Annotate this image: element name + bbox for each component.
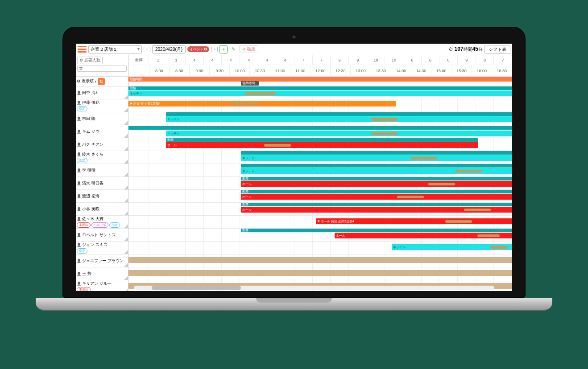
employee-row[interactable]: ロベルト サントス (76, 229, 128, 242)
employee-row[interactable]: 鈴木 さくら指定 (76, 151, 128, 164)
edit-icon[interactable] (124, 224, 128, 228)
shift-bar[interactable]: ホール (166, 142, 478, 148)
employee-name: パク チアン (77, 142, 127, 148)
employee-name: 吉田 陽 (77, 116, 127, 122)
shift-bar[interactable] (166, 112, 512, 116)
employee-row[interactable]: 伊藤 優花指定 (76, 99, 128, 112)
employee-row[interactable]: 王 芳 (76, 267, 128, 280)
employee-row[interactable]: ジョン スミス指定 (76, 242, 128, 254)
tag-help: ヘルプ派 (91, 222, 108, 228)
shift-view-button[interactable]: シフト表 (484, 45, 510, 54)
edit-icon[interactable] (124, 160, 128, 164)
shift-bar[interactable] (128, 270, 512, 276)
shift-bar[interactable]: 勤務 (241, 177, 512, 180)
shift-bar[interactable]: キッチン (166, 131, 512, 136)
shift-bar[interactable]: 勤務 (128, 86, 512, 90)
employee-row[interactable]: 田中 海斗 (76, 86, 128, 99)
add-icon[interactable]: ＋ (219, 45, 228, 53)
edit-icon[interactable]: ✎ (229, 45, 237, 53)
store-select[interactable]: 企業２店舗１ (88, 45, 142, 53)
time-label: 13:00 (351, 65, 371, 77)
employee-row[interactable]: 佐々木 大輝未提出ヘルプ派指定 (76, 216, 128, 229)
timeline-row[interactable]: キッチン (128, 151, 512, 164)
shift-bar[interactable]: ホール (241, 181, 512, 187)
tag-unsubmitted: 未提出 (77, 287, 91, 291)
headcount-cell: 10 (385, 55, 403, 65)
shift-bar[interactable]: ホール (335, 233, 512, 238)
tag-appointed: 指定 (77, 158, 87, 163)
employee-row[interactable]: 清水 明日香 (76, 177, 128, 190)
timeline-row[interactable]: キッチン (128, 164, 512, 177)
employee-row[interactable]: キム ジウ (76, 125, 128, 138)
filter-button[interactable]: ▽ (77, 66, 127, 72)
shift-bar[interactable]: ⚑ 応援 借 企業2店舗4 (128, 101, 396, 107)
break-pill (477, 234, 500, 237)
menu-icon[interactable] (78, 46, 87, 53)
edit-icon[interactable] (124, 147, 128, 151)
shift-bar[interactable]: ホール (241, 207, 512, 213)
date-picker[interactable]: 2020/4/20(月) (152, 45, 186, 53)
edit-icon[interactable] (124, 263, 128, 267)
timeline-row[interactable]: ⚑ 応援 借 企業2店舗4 (128, 99, 512, 112)
edit-icon[interactable] (124, 185, 128, 189)
employee-row[interactable]: キリアン ジルー未提出 (76, 280, 128, 291)
edit-icon[interactable] (124, 134, 128, 138)
tag-appointed: 指定 (77, 106, 87, 111)
shift-bar[interactable] (241, 164, 512, 168)
sort-label: ⚙ 表示順 (77, 78, 94, 84)
timeline-row[interactable]: 勤務ホール (128, 203, 512, 216)
shift-bar[interactable]: キッチン (241, 155, 512, 161)
sort-button[interactable]: ⇅ (98, 78, 105, 85)
confirm-button[interactable]: ⊘ 確定 (239, 45, 258, 53)
shift-bar[interactable]: ホール (241, 194, 512, 200)
shift-bar[interactable] (241, 151, 512, 155)
timeline-row[interactable]: 勤務ホール (128, 229, 512, 242)
horizontal-scrollbar[interactable] (134, 286, 494, 290)
edit-icon[interactable] (124, 172, 128, 176)
employee-name: 渡辺 拓海 (77, 193, 127, 199)
shift-bar[interactable] (128, 126, 512, 130)
timeline-row[interactable]: ⚑ ホール 貸出 企業2店舗4 (128, 216, 512, 229)
edit-icon[interactable] (124, 237, 128, 241)
toolbar: 企業２店舗１ ‹ 2020/4/20(月) イベント❶ › ＋ ✎ ⊘ 確定 ⏱… (76, 44, 512, 55)
employee-row[interactable]: 渡辺 拓海 (76, 190, 128, 203)
timeline-row[interactable]: 勤務ホール (128, 138, 512, 151)
timeline-row[interactable]: キッチン (128, 242, 512, 254)
timeline-row[interactable]: 勤務ホール (128, 190, 512, 203)
edit-icon[interactable] (124, 95, 128, 99)
shift-bar[interactable]: 勤務 (241, 203, 512, 206)
employee-row[interactable]: 吉田 陽 (76, 112, 128, 125)
shift-bar[interactable]: 勤務 (166, 138, 478, 142)
edit-icon[interactable] (124, 121, 128, 125)
timeline-row[interactable] (128, 254, 512, 267)
shift-bar[interactable]: ⚑ ホール 貸出 企業2店舗4 (316, 218, 512, 224)
confirm-label: 確定 (247, 47, 255, 51)
prev-day-button[interactable]: ‹ (144, 47, 150, 52)
shift-bar[interactable]: キッチン (166, 116, 512, 122)
timeline-row[interactable] (128, 267, 512, 280)
edit-icon[interactable] (124, 289, 128, 291)
shift-bar[interactable]: 勤務 (241, 229, 512, 232)
next-day-button[interactable]: › (211, 47, 218, 52)
employee-row[interactable]: パク チアン (76, 138, 128, 151)
employee-row[interactable]: 李 明明 (76, 164, 128, 177)
shift-bar[interactable]: キッチン (392, 244, 512, 250)
shift-bar[interactable]: キッチン (241, 168, 512, 174)
edit-icon[interactable] (124, 276, 128, 280)
shift-bar[interactable] (128, 257, 512, 263)
employee-row[interactable]: ジェニファー ブラウン (76, 254, 128, 267)
shift-bar[interactable]: 勤務 (241, 190, 512, 193)
timeline-row[interactable]: 勤務ホール (128, 177, 512, 190)
edit-icon[interactable] (124, 108, 128, 112)
timeline-row[interactable]: キッチン (128, 112, 512, 125)
employee-name: 鈴木 さくら (77, 152, 127, 157)
edit-icon[interactable] (124, 198, 128, 202)
shift-bar[interactable]: キッチン (128, 90, 512, 96)
headcount-cell: 1 (149, 55, 167, 65)
edit-icon[interactable] (124, 250, 128, 254)
break-pill (371, 118, 398, 121)
edit-icon[interactable] (124, 211, 128, 215)
timeline-row[interactable]: キッチン (128, 125, 512, 138)
employee-row[interactable]: 小林 美咲 (76, 203, 128, 216)
timeline-row[interactable]: 勤務キッチン (128, 86, 512, 99)
